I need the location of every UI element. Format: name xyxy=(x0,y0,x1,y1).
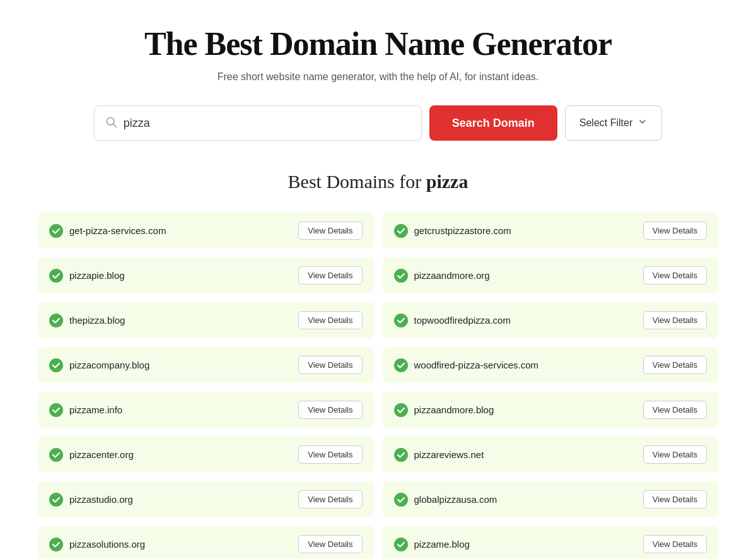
view-details-button[interactable]: View Details xyxy=(643,401,707,419)
svg-point-11 xyxy=(394,403,408,417)
domain-card: pizzame.blog View Details xyxy=(383,526,719,559)
available-icon xyxy=(394,448,408,462)
domain-name: get-pizza-services.com xyxy=(69,225,166,236)
svg-point-4 xyxy=(49,269,63,283)
svg-point-3 xyxy=(394,224,408,238)
domain-left: globalpizzausa.com xyxy=(394,493,637,507)
domain-left: pizzame.blog xyxy=(394,538,637,551)
svg-point-15 xyxy=(394,493,408,507)
available-icon xyxy=(394,538,408,551)
filter-label: Select Filter xyxy=(579,117,632,129)
domain-left: pizzame.info xyxy=(49,403,292,417)
view-details-button[interactable]: View Details xyxy=(298,445,362,464)
view-details-button[interactable]: View Details xyxy=(643,221,707,240)
view-details-button[interactable]: View Details xyxy=(298,311,362,329)
view-details-button[interactable]: View Details xyxy=(298,535,362,553)
domain-name: woodfired-pizza-services.com xyxy=(414,360,539,370)
domain-card: pizzacompany.blog View Details xyxy=(38,347,374,383)
results-heading: Best Domains for pizza xyxy=(38,171,718,192)
available-icon xyxy=(394,314,408,327)
filter-button[interactable]: Select Filter xyxy=(565,105,662,141)
chevron-down-icon xyxy=(637,117,648,129)
domains-grid: get-pizza-services.com View Details getc… xyxy=(38,213,718,559)
view-details-button[interactable]: View Details xyxy=(298,266,362,285)
domain-left: pizzacenter.org xyxy=(49,448,292,462)
view-details-button[interactable]: View Details xyxy=(298,221,362,240)
domain-name: getcrustpizzastore.com xyxy=(414,225,511,236)
domain-card: globalpizzausa.com View Details xyxy=(383,481,719,517)
domain-card: pizzaandmore.org View Details xyxy=(383,257,719,293)
domain-card: woodfired-pizza-services.com View Detail… xyxy=(383,347,719,383)
available-icon xyxy=(394,358,408,372)
view-details-button[interactable]: View Details xyxy=(643,490,707,509)
search-bar-row: Search Domain Select Filter xyxy=(38,105,718,141)
domain-left: topwoodfiredpizza.com xyxy=(394,314,637,327)
domain-card: pizzaandmore.blog View Details xyxy=(383,392,719,428)
view-details-button[interactable]: View Details xyxy=(643,535,707,553)
domain-name: pizzasolutions.org xyxy=(69,539,145,550)
domain-name: pizzaandmore.blog xyxy=(414,404,494,415)
svg-point-7 xyxy=(394,314,408,327)
svg-point-6 xyxy=(49,314,63,327)
svg-point-8 xyxy=(49,358,63,372)
svg-point-14 xyxy=(49,493,63,507)
domain-left: pizzasolutions.org xyxy=(49,538,292,551)
available-icon xyxy=(49,448,63,462)
domain-name: pizzastudio.org xyxy=(69,494,133,505)
domain-card: getcrustpizzastore.com View Details xyxy=(383,213,719,249)
domain-left: pizzaandmore.org xyxy=(394,269,637,283)
view-details-button[interactable]: View Details xyxy=(298,490,362,509)
page-subtitle: Free short website name generator, with … xyxy=(38,71,718,83)
svg-point-9 xyxy=(394,358,408,372)
svg-line-1 xyxy=(113,124,116,127)
view-details-button[interactable]: View Details xyxy=(643,356,707,374)
domain-card: pizzareviews.net View Details xyxy=(383,437,719,473)
domain-left: getcrustpizzastore.com xyxy=(394,224,637,238)
domain-left: get-pizza-services.com xyxy=(49,224,292,238)
domain-name: pizzacenter.org xyxy=(69,449,134,460)
domain-left: pizzareviews.net xyxy=(394,448,637,462)
search-domain-button[interactable]: Search Domain xyxy=(429,105,557,141)
svg-point-5 xyxy=(394,269,408,283)
available-icon xyxy=(49,538,63,551)
domain-card: get-pizza-services.com View Details xyxy=(38,213,374,249)
available-icon xyxy=(49,224,63,238)
domain-name: thepizza.blog xyxy=(69,315,125,326)
available-icon xyxy=(394,224,408,238)
view-details-button[interactable]: View Details xyxy=(643,445,707,464)
domain-name: topwoodfiredpizza.com xyxy=(414,315,511,326)
available-icon xyxy=(394,493,408,507)
available-icon xyxy=(49,403,63,417)
available-icon xyxy=(49,269,63,283)
view-details-button[interactable]: View Details xyxy=(298,356,362,374)
view-details-button[interactable]: View Details xyxy=(643,311,707,329)
available-icon xyxy=(394,403,408,417)
domain-card: pizzapie.blog View Details xyxy=(38,257,374,293)
search-icon xyxy=(105,115,117,131)
svg-point-17 xyxy=(394,538,408,551)
domain-name: pizzame.blog xyxy=(414,539,470,550)
available-icon xyxy=(49,493,63,507)
domain-name: pizzaandmore.org xyxy=(414,270,490,281)
search-input-wrapper xyxy=(94,105,422,141)
domain-card: pizzacenter.org View Details xyxy=(38,437,374,473)
available-icon xyxy=(49,314,63,327)
view-details-button[interactable]: View Details xyxy=(298,401,362,419)
domain-left: pizzacompany.blog xyxy=(49,358,292,372)
domain-name: pizzacompany.blog xyxy=(69,360,149,370)
svg-point-16 xyxy=(49,538,63,551)
domain-left: thepizza.blog xyxy=(49,314,292,327)
available-icon xyxy=(49,358,63,372)
domain-card: pizzastudio.org View Details xyxy=(38,481,374,517)
svg-point-2 xyxy=(49,224,63,238)
domain-left: pizzaandmore.blog xyxy=(394,403,637,417)
domain-card: pizzame.info View Details xyxy=(38,392,374,428)
domain-name: pizzame.info xyxy=(69,404,122,415)
domain-name: pizzareviews.net xyxy=(414,449,484,460)
domain-name: pizzapie.blog xyxy=(69,270,125,281)
search-input[interactable] xyxy=(124,117,411,130)
svg-point-12 xyxy=(49,448,63,462)
page-title: The Best Domain Name Generator xyxy=(38,25,718,62)
domain-card: topwoodfiredpizza.com View Details xyxy=(383,302,719,338)
view-details-button[interactable]: View Details xyxy=(643,266,707,285)
